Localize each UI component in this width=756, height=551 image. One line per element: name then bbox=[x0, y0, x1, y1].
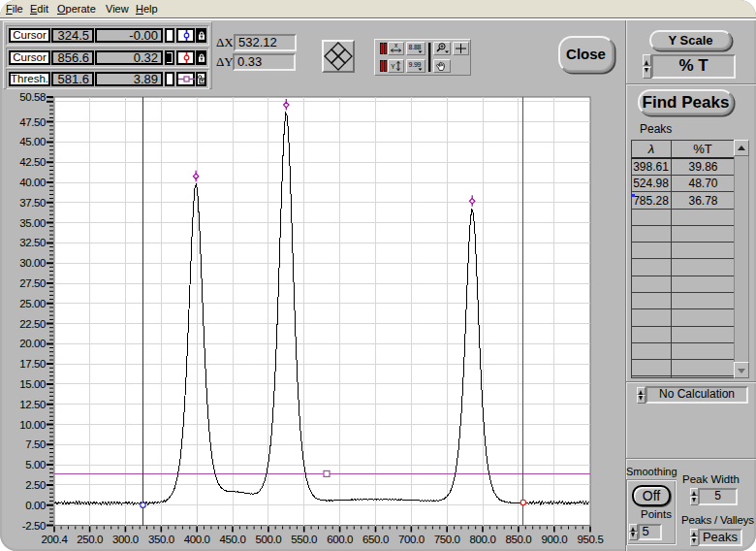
svg-text:32.50: 32.50 bbox=[19, 237, 46, 248]
svg-text:40.00: 40.00 bbox=[19, 177, 46, 188]
svg-text:27.50: 27.50 bbox=[19, 277, 46, 289]
svg-text:550.0: 550.0 bbox=[291, 534, 317, 545]
svg-text:17.50: 17.50 bbox=[19, 358, 46, 370]
svg-text:12.50: 12.50 bbox=[19, 399, 46, 410]
svg-text:30.00: 30.00 bbox=[19, 257, 46, 269]
svg-text:15.00: 15.00 bbox=[19, 378, 46, 390]
svg-text:42.50: 42.50 bbox=[19, 156, 46, 168]
svg-text:400.0: 400.0 bbox=[184, 534, 210, 545]
svg-text:-2.50: -2.50 bbox=[22, 520, 46, 532]
svg-text:8.88: 8.88 bbox=[409, 44, 422, 50]
svg-text:700.0: 700.0 bbox=[398, 534, 425, 545]
svg-text:200.4: 200.4 bbox=[42, 534, 69, 545]
svg-text:5.00: 5.00 bbox=[25, 459, 46, 470]
svg-text:50.58: 50.58 bbox=[19, 91, 46, 103]
svg-text:Y: Y bbox=[391, 63, 395, 70]
svg-text:10.00: 10.00 bbox=[19, 419, 46, 431]
svg-text:300.0: 300.0 bbox=[112, 534, 139, 545]
svg-text:35.00: 35.00 bbox=[19, 217, 46, 229]
svg-text:450.0: 450.0 bbox=[220, 534, 246, 545]
svg-text:250.0: 250.0 bbox=[77, 534, 103, 545]
svg-text:600.0: 600.0 bbox=[327, 534, 353, 545]
svg-text:22.50: 22.50 bbox=[19, 318, 46, 330]
svg-text:47.50: 47.50 bbox=[19, 116, 46, 128]
svg-text:2.50: 2.50 bbox=[25, 479, 46, 491]
svg-text:25.00: 25.00 bbox=[19, 298, 46, 309]
svg-text:500.0: 500.0 bbox=[256, 534, 282, 545]
svg-text:800.0: 800.0 bbox=[470, 534, 496, 545]
svg-text:350.0: 350.0 bbox=[148, 534, 174, 545]
svg-text:45.00: 45.00 bbox=[19, 136, 46, 147]
svg-text:750.0: 750.0 bbox=[434, 534, 460, 545]
svg-text:900.0: 900.0 bbox=[541, 534, 567, 545]
svg-text:9.99: 9.99 bbox=[409, 61, 422, 68]
svg-text:950.5: 950.5 bbox=[578, 534, 604, 545]
svg-text:7.50: 7.50 bbox=[25, 438, 46, 450]
svg-text:850.0: 850.0 bbox=[506, 534, 532, 545]
svg-text:650.0: 650.0 bbox=[362, 534, 389, 545]
svg-text:0.00: 0.00 bbox=[25, 500, 46, 511]
svg-text:37.50: 37.50 bbox=[19, 197, 46, 209]
svg-text:20.00: 20.00 bbox=[19, 338, 46, 349]
